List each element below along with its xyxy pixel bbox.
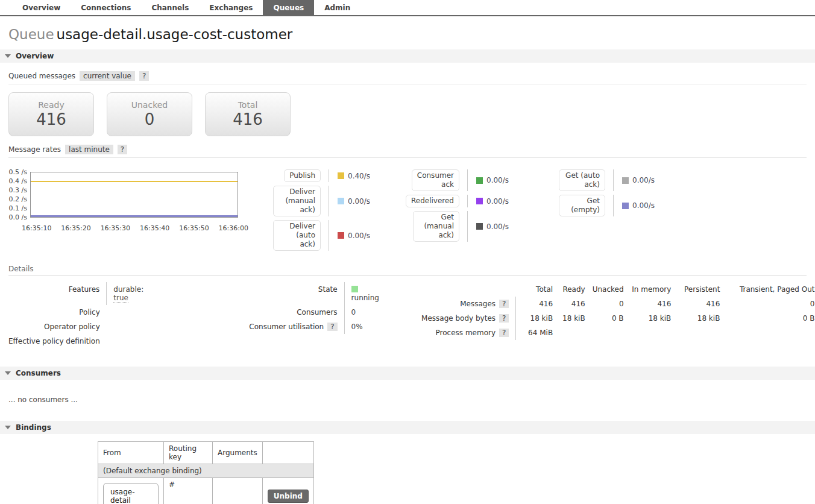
consumers-value: 0 [344,305,387,320]
queued-messages-row: Queued messages current value ? [8,71,807,84]
deliver-manual-rate-value: 0.00/s [348,197,370,206]
body-bytes-row-label: Message body bytes? [415,311,516,326]
legend-get-empty-button[interactable]: Get (empty) [559,195,605,216]
durable-key: durable: [113,285,143,294]
section-title: Consumers [16,369,61,377]
queued-messages-help-icon[interactable]: ? [139,71,149,81]
tab-channels[interactable]: Channels [141,0,199,15]
arguments-value [213,478,263,504]
col-from: From [98,442,164,464]
get-empty-rate-value: 0.00/s [632,201,655,210]
body-bytes-unacked: 0 B [585,311,624,326]
binding-row: usage-detail # Unbind [98,478,314,504]
tab-queues[interactable]: Queues [263,0,314,15]
legend-group-get: Get (auto ack) 0.00/s Get (empty) 0.00/s [559,168,671,218]
message-rates-mode-button[interactable]: last minute [65,145,113,154]
utilisation-label: Consumer utilisation? [218,320,344,334]
deliver-auto-rate-value: 0.00/s [348,232,370,240]
message-rates-help-icon[interactable]: ? [118,145,127,154]
effective-policy-value [107,334,159,348]
stat-value: 0 [145,110,155,128]
legend-group-publish-deliver: Publish 0.40/s Deliver (manual ack) 0.00… [273,168,386,253]
col-ready: Ready [553,282,585,297]
get-empty-color-swatch [622,203,629,209]
body-bytes-in-memory: 18 kiB [624,311,672,326]
utilisation-help-icon[interactable]: ? [327,323,337,331]
consumer-ack-rate-value: 0.00/s [486,176,509,184]
process-memory-help-icon[interactable]: ? [499,329,509,337]
redelivered-rate-value: 0.00/s [486,197,509,206]
col-in-memory: In memory [624,282,672,297]
messages-total: 416 [516,297,553,311]
operator-policy-label: Operator policy [8,320,107,334]
col-total: Total [516,282,553,297]
legend-deliver-auto-button[interactable]: Deliver (auto ack) [273,220,321,251]
details-panel: Features durable: true Policy Operator p… [0,282,815,348]
state-table: State running Consumers 0 Consumer utili… [218,282,387,334]
x-tick: 16:35:30 [101,224,130,232]
col-transient-paged-out: Transient, Paged Out [720,282,814,297]
col-arguments: Arguments [213,442,263,464]
queue-name: usage-detail.usage-cost-customer [57,27,293,42]
get-manual-rate-value: 0.00/s [486,222,509,231]
body-bytes-help-icon[interactable]: ? [499,314,509,323]
deliver-manual-color-swatch [338,198,344,204]
queued-messages-mode-button[interactable]: current value [80,71,135,81]
process-memory-row: Process memory? 64 MiB [415,326,815,340]
tab-connections[interactable]: Connections [71,0,141,15]
state-text: running [351,294,379,302]
legend-get-manual-button[interactable]: Get (manual ack) [413,211,459,242]
tab-admin[interactable]: Admin [314,0,360,15]
get-manual-color-swatch [476,223,483,230]
legend-redelivered-button[interactable]: Redelivered [406,195,459,207]
body-bytes-ready: 18 kiB [553,311,585,326]
process-memory-value: 64 MiB [516,326,553,340]
default-binding-row: (Default exchange binding) [98,464,314,478]
queued-messages-stats: Ready 416 Unacked 0 Total 416 [8,92,807,136]
default-binding-text: (Default exchange binding) [98,464,314,478]
details-heading: Details [8,265,807,276]
body-bytes-row: Message body bytes? 18 kiB 18 kiB 0 B 18… [415,311,815,326]
utilisation-label-text: Consumer utilisation [249,323,324,331]
section-header-overview[interactable]: Overview [0,49,815,63]
section-header-consumers[interactable]: Consumers [0,367,815,380]
messages-persistent: 416 [671,297,720,311]
tab-exchanges[interactable]: Exchanges [199,0,263,15]
tab-overview[interactable]: Overview [12,0,71,15]
stat-box-total: Total 416 [205,92,291,136]
exchange-link[interactable]: usage-detail [103,483,159,504]
effective-policy-label: Effective policy definition [8,334,107,348]
operator-policy-value [107,320,159,334]
messages-row: Messages? 416 416 0 416 416 0 [415,297,815,311]
durable-value: true [113,294,128,303]
bindings-header-row: From Routing key Arguments [98,442,314,464]
features-value: durable: true [107,282,159,305]
messages-in-memory: 416 [624,297,672,311]
unbind-button[interactable]: Unbind [268,490,309,503]
process-memory-label-text: Process memory [436,329,496,337]
section-header-bindings[interactable]: Bindings [0,421,815,434]
legend-get-auto-button[interactable]: Get (auto ack) [559,169,605,191]
get-auto-color-swatch [622,177,629,184]
stat-box-unacked: Unacked 0 [107,92,192,136]
col-routing-key: Routing key [164,442,213,464]
stat-value: 416 [233,110,263,128]
messages-help-icon[interactable]: ? [499,300,509,308]
message-rates-label: Message rates [8,145,61,154]
stat-label: Total [238,100,258,110]
publish-color-swatch [338,172,344,179]
policy-label: Policy [8,305,107,320]
legend-publish-button[interactable]: Publish [284,169,321,182]
collapse-caret-icon [5,371,11,375]
body-bytes-total: 18 kiB [516,311,553,326]
messages-ready: 416 [553,297,585,311]
chart-y-axis: 0.5 /s 0.4 /s 0.3 /s 0.2 /s 0.1 /s 0.0 /… [8,168,30,222]
legend-deliver-manual-button[interactable]: Deliver (manual ack) [273,186,321,216]
messages-label-text: Messages [460,300,496,308]
y-tick: 0.3 /s [9,186,27,194]
bindings-table: From Routing key Arguments (Default exch… [98,441,314,504]
redelivered-color-swatch [476,198,483,204]
page-title: Queueusage-detail.usage-cost-customer [8,27,807,42]
chart-x-axis: 16:35:10 16:35:20 16:35:30 16:35:40 16:3… [22,224,248,232]
legend-consumer-ack-button[interactable]: Consumer ack [412,169,459,191]
